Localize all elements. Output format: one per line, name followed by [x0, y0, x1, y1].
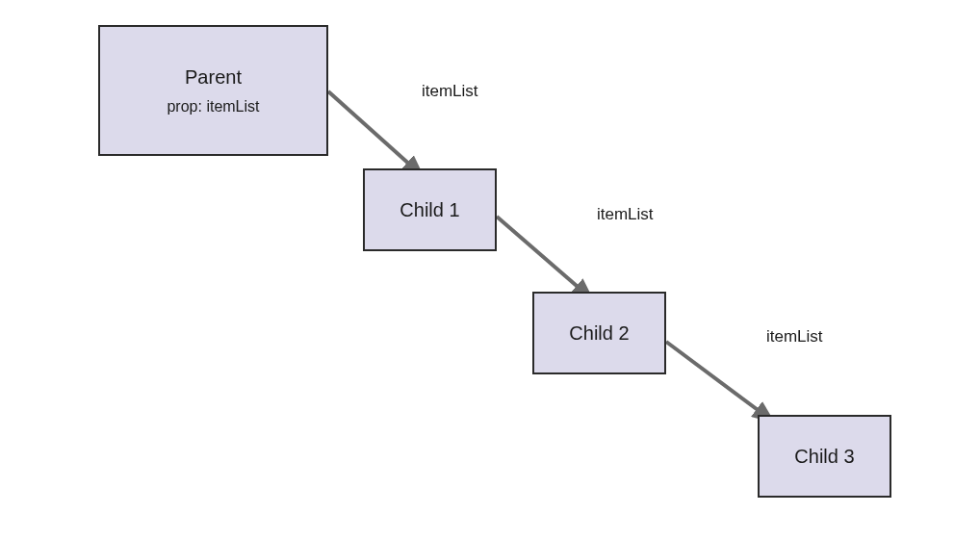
node-child3-title: Child 3: [794, 446, 854, 468]
node-child2-title: Child 2: [569, 322, 629, 345]
edge-parent-child1: [328, 91, 422, 175]
node-parent: Parent prop: itemList: [98, 25, 328, 156]
edge-child1-child2: [497, 217, 591, 298]
node-child1-title: Child 1: [400, 199, 459, 221]
edge-label-2: itemList: [597, 205, 654, 224]
node-parent-subtitle: prop: itemList: [167, 98, 259, 116]
edge-label-1: itemList: [422, 82, 478, 101]
node-child3: Child 3: [758, 415, 891, 498]
edge-child2-child3: [666, 342, 772, 421]
node-parent-title: Parent: [185, 66, 242, 89]
edge-label-3: itemList: [766, 327, 823, 346]
node-child2: Child 2: [532, 292, 666, 374]
node-child1: Child 1: [363, 168, 497, 251]
